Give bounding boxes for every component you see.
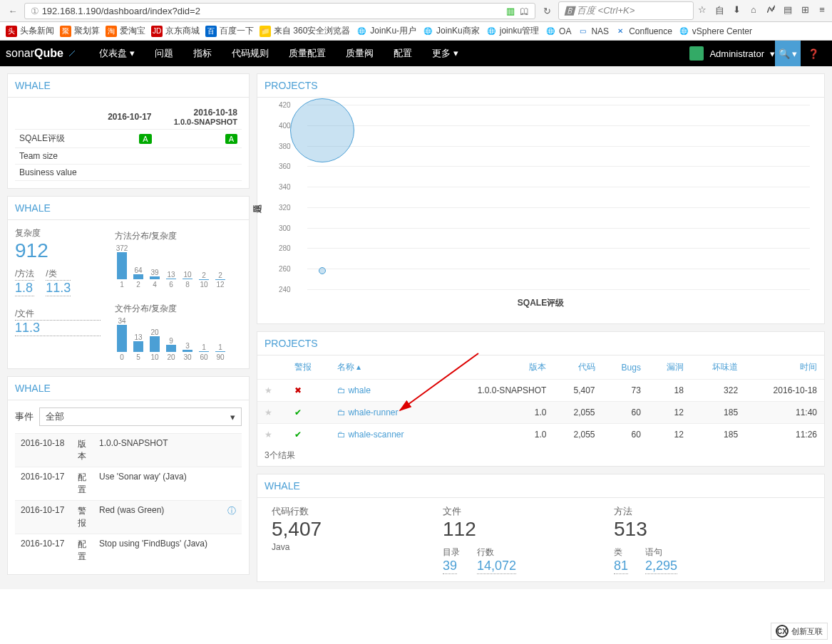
col-alert[interactable]: 警报 [287,355,330,380]
bookmark-item[interactable]: 🌐joinku管理 [486,25,539,37]
nav-measures[interactable]: 指标 [183,41,222,66]
row-label: Business value [15,165,93,181]
bar-column[interactable]: 20 [148,328,162,352]
event-filter-select[interactable]: 全部▾ [39,407,242,426]
bar-column[interactable]: 2 [213,271,227,279]
nav-issues[interactable]: 问题 [145,41,183,66]
bar-column[interactable]: 1 [197,343,211,352]
stmts-value[interactable]: 2,295 [645,559,677,574]
col-version[interactable]: 版本 [441,355,554,380]
globe-icon: 🌐 [486,26,497,37]
star-icon[interactable]: ★ [265,430,272,440]
menu-icon[interactable]: ≡ [816,4,828,17]
nav-more[interactable]: 更多 ▾ [422,41,468,66]
main-content: WHALE 2016-10-17 2016-10-181.0.0-SNAPSHO… [0,66,832,589]
home-icon[interactable]: ⌂ [748,4,759,17]
windows-icon[interactable]: ⊞ [799,4,811,17]
star-icon[interactable]: ★ [265,407,272,417]
bar-column[interactable]: 64 [131,266,145,279]
nav-gates[interactable]: 质量阀 [336,41,384,66]
project-link[interactable]: whale-runner [348,407,398,417]
bubble-chart[interactable]: 240260280300320340360380400420 [307,105,810,290]
bookmark-item[interactable]: ✕Confluence [615,26,672,37]
col-bugs[interactable]: Bugs [602,355,648,380]
self-icon[interactable]: 自 [714,4,725,17]
project-row[interactable]: ★ ✖ 🗀 whale 1.0.0-SNAPSHOT5,407731832220… [257,380,824,402]
bookmark-icon: 头 [6,26,17,37]
bookmark-item[interactable]: 🌐OA [545,26,571,37]
col-vuln[interactable]: 漏洞 [648,355,691,380]
language: Java [272,542,414,552]
bookmark-item[interactable]: 📁来自 360安全浏览器 [260,25,350,37]
per-method-label: /方法 [15,268,34,281]
star-icon[interactable]: ☆ [697,4,708,17]
nav-profiles[interactable]: 质量配置 [279,41,336,66]
method-distribution-chart: 方法分布/复杂度 3726439131022 124681012 [115,230,242,289]
per-class-value[interactable]: 11.3 [46,281,71,296]
classes-value[interactable]: 81 [614,559,628,574]
sonarqube-logo[interactable]: sonarQube ⟋ [6,47,89,60]
bookmark-item[interactable]: ▭NAS [577,26,609,37]
bar-column[interactable]: 3 [180,342,195,352]
bar-column[interactable]: 39 [148,269,162,279]
x-axis-label: SQALE评级 [272,297,810,309]
chevron-down-icon: ▾ [230,412,235,422]
bookmark-item[interactable]: 🌐vSphere Center [678,26,752,37]
per-method-value[interactable]: 1.8 [15,281,34,296]
panel-icon[interactable]: ▤ [782,4,794,17]
dirs-value[interactable]: 39 [443,559,457,574]
download-icon[interactable]: ⬇ [731,4,742,17]
col-loc[interactable]: 代码 [553,355,602,380]
reader-icon[interactable]: 🕮 [520,6,529,16]
nav-dashboard[interactable]: 仪表盘 ▾ [89,41,145,66]
project-link[interactable]: whale-scanner [348,430,404,440]
col-smell[interactable]: 坏味道 [691,355,745,380]
bar-column[interactable]: 34 [115,317,129,352]
bubble[interactable] [290,98,354,162]
nav-rules[interactable]: 代码规则 [222,41,279,66]
bookmark-label: NAS [591,26,609,36]
bookmark-item[interactable]: JD京东商城 [151,25,200,37]
bar-column[interactable]: 9 [164,337,178,352]
bar-column[interactable]: 372 [115,244,129,279]
project-link[interactable]: whale [348,385,370,395]
complexity-value[interactable]: 912 [15,239,101,262]
url-bar[interactable]: ① 192.168.1.190/dashboard/index?did=2 ▥ … [24,3,535,19]
back-button[interactable]: ← [4,2,21,19]
bookmark-item[interactable]: 淘爱淘宝 [106,25,145,37]
user-menu[interactable]: Administrator ▾ [689,46,775,61]
reload-button[interactable]: ↻ [538,2,555,19]
help-button[interactable]: ❓ [801,48,826,59]
bookmark-item[interactable]: 聚聚划算 [60,25,100,37]
sync-icon[interactable]: 🗲 [765,4,776,17]
col-name[interactable]: 名称 ▴ [330,355,440,380]
shield-icon[interactable]: ▥ [506,6,515,16]
bar-column[interactable]: 10 [180,271,195,279]
project-row[interactable]: ★ ✔ 🗀 whale-scanner 1.02,055601218511:26 [257,424,824,446]
nav-admin[interactable]: 配置 [384,41,422,66]
bar-column[interactable]: 13 [164,271,178,279]
avatar [689,46,704,61]
whale-panel-1: WHALE 2016-10-17 2016-10-181.0.0-SNAPSHO… [7,73,250,189]
lines-value[interactable]: 14,072 [477,559,516,574]
bookmark-label: 聚划算 [74,25,100,37]
per-file-value[interactable]: 11.3 [15,321,101,336]
search-button[interactable]: 🔍 ▾ [775,41,801,66]
star-icon[interactable]: ★ [265,385,272,395]
results-count: 3个结果 [257,445,824,466]
bar-column[interactable]: 13 [131,333,145,352]
bookmark-item[interactable]: 🌐JoinKu-用户 [356,25,416,37]
bookmark-item[interactable]: 头头条新闻 [6,25,54,37]
project-row[interactable]: ★ ✔ 🗀 whale-runner 1.02,055601218511:40 [257,402,824,424]
bar-column[interactable]: 1 [213,343,227,352]
row-label: SQALE评级 [15,130,93,148]
browser-search[interactable]: 🅱 百度 <Ctrl+K> [558,1,694,20]
bookmark-item[interactable]: 百百度一下 [205,25,254,37]
col-time[interactable]: 时间 [745,355,824,380]
bookmark-item[interactable]: 🌐JoinKu商家 [422,25,480,37]
bar-column[interactable]: 2 [197,271,211,279]
stmts-label: 语句 [645,546,677,559]
bubble[interactable] [319,267,326,274]
bookmark-label: 来自 360安全浏览器 [274,25,350,37]
globe-icon: 🌐 [422,26,433,37]
